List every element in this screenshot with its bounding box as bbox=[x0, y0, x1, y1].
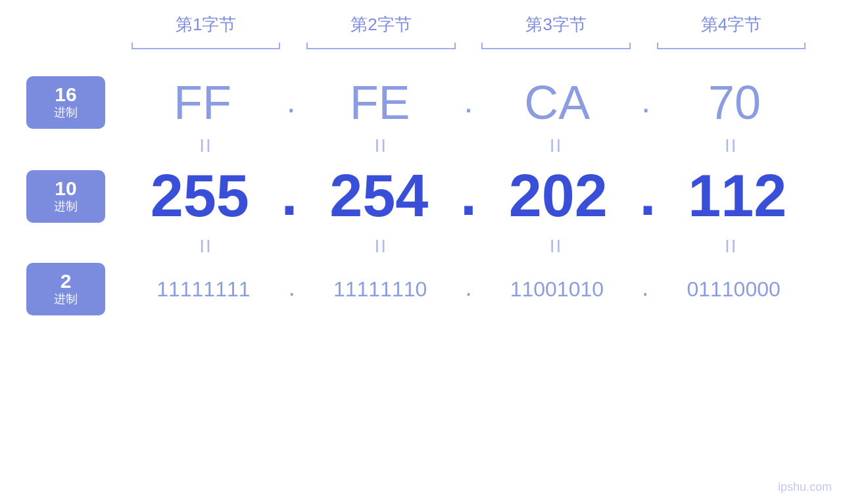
equals-row-2: II II II II bbox=[26, 230, 819, 263]
dec-text: 进制 bbox=[54, 198, 78, 214]
hex-dot3: . bbox=[641, 85, 650, 118]
dec-dot1: . bbox=[281, 165, 297, 224]
hex-label: 16 进制 bbox=[26, 76, 105, 129]
eq2-s4: II bbox=[725, 236, 738, 257]
bin-b3: 11001010 bbox=[472, 277, 642, 302]
dec-b3: 202 bbox=[477, 162, 639, 230]
bin-row: 2 进制 11111111 . 11111110 . 11001010 . 01… bbox=[26, 263, 819, 315]
bracket3 bbox=[469, 43, 644, 56]
dec-b2: 254 bbox=[298, 162, 460, 230]
dec-values: 255 . 254 . 202 . 112 bbox=[118, 162, 819, 230]
eq2-g4: II bbox=[644, 236, 819, 257]
dec-b1-val: 255 bbox=[151, 163, 249, 229]
hex-dot2: . bbox=[464, 85, 473, 118]
eq2-s2: II bbox=[375, 236, 388, 257]
bracket2-line bbox=[306, 48, 455, 49]
eq2-g3: II bbox=[469, 236, 644, 257]
hex-b3: CA bbox=[473, 76, 641, 129]
bracket4 bbox=[644, 43, 819, 56]
bracket4-line bbox=[657, 48, 806, 49]
byte4-header: 第4字节 bbox=[644, 13, 819, 36]
bin-b4: 01110000 bbox=[648, 277, 819, 302]
watermark: ipshu.com bbox=[778, 480, 832, 494]
dec-num: 10 bbox=[55, 179, 76, 198]
bin-dot3: . bbox=[642, 276, 648, 300]
dec-b2-val: 254 bbox=[329, 163, 428, 229]
eq1-g3: II bbox=[469, 135, 644, 156]
dec-b4: 112 bbox=[656, 162, 819, 230]
dec-row: 10 进制 255 . 254 . 202 . 112 bbox=[26, 162, 819, 230]
eq1-s3: II bbox=[550, 135, 563, 156]
eq2-s3: II bbox=[550, 236, 563, 257]
eq1-s2: II bbox=[375, 135, 388, 156]
hex-b2: FE bbox=[296, 76, 464, 129]
dec-b3-val: 202 bbox=[509, 163, 608, 229]
dec-b1: 255 bbox=[118, 162, 281, 230]
eq2-s1: II bbox=[199, 236, 212, 257]
eq1-s4: II bbox=[725, 135, 738, 156]
equals-row-1: II II II II bbox=[26, 129, 819, 162]
bracket-row bbox=[26, 43, 819, 56]
bracket3-line bbox=[481, 48, 630, 49]
hex-values: FF . FE . CA . 70 bbox=[118, 76, 819, 129]
bin-num: 2 bbox=[60, 271, 72, 291]
dec-dot3: . bbox=[639, 165, 656, 224]
hex-b3-val: CA bbox=[524, 76, 590, 129]
eq1-g2: II bbox=[293, 135, 468, 156]
bin-dot1: . bbox=[289, 276, 295, 300]
dec-dot2: . bbox=[460, 165, 477, 224]
bin-b1-val: 11111111 bbox=[157, 277, 250, 301]
bin-text: 进制 bbox=[54, 291, 78, 307]
eq1-s1: II bbox=[199, 135, 212, 156]
hex-num: 16 bbox=[55, 85, 76, 104]
dec-label: 10 进制 bbox=[26, 170, 105, 223]
hex-b4: 70 bbox=[650, 76, 819, 129]
byte1-header: 第1字节 bbox=[118, 13, 293, 36]
byte2-header: 第2字节 bbox=[293, 13, 468, 36]
hex-b1-val: FF bbox=[174, 76, 231, 129]
dec-b4-val: 112 bbox=[688, 163, 786, 229]
hex-b1: FF bbox=[118, 76, 287, 129]
header-row: 第1字节 第2字节 第3字节 第4字节 bbox=[26, 13, 819, 36]
bin-dot2: . bbox=[465, 276, 471, 300]
bin-values: 11111111 . 11111110 . 11001010 . 0111000… bbox=[118, 276, 819, 303]
hex-b2-val: FE bbox=[350, 76, 410, 129]
main-container: 第1字节 第2字节 第3字节 第4字节 16 进制 FF . bbox=[0, 0, 845, 504]
eq2-g2: II bbox=[293, 236, 468, 257]
bin-b4-val: 01110000 bbox=[687, 277, 780, 301]
bracket2 bbox=[293, 43, 468, 56]
hex-row: 16 进制 FF . FE . CA . 70 bbox=[26, 76, 819, 129]
bin-b2-val: 11111110 bbox=[333, 277, 427, 301]
hex-dot1: . bbox=[287, 85, 296, 118]
bin-label: 2 进制 bbox=[26, 263, 105, 315]
bin-b2: 11111110 bbox=[295, 277, 466, 302]
bracket1 bbox=[118, 43, 293, 56]
eq1-g4: II bbox=[644, 135, 819, 156]
hex-b4-val: 70 bbox=[708, 76, 761, 129]
eq1-g1: II bbox=[118, 135, 293, 156]
byte3-header: 第3字节 bbox=[469, 13, 644, 36]
bin-b1: 11111111 bbox=[118, 277, 289, 302]
bin-b3-val: 11001010 bbox=[510, 277, 604, 301]
hex-text: 进制 bbox=[54, 104, 78, 120]
bracket1-line bbox=[132, 48, 280, 49]
eq2-g1: II bbox=[118, 236, 293, 257]
